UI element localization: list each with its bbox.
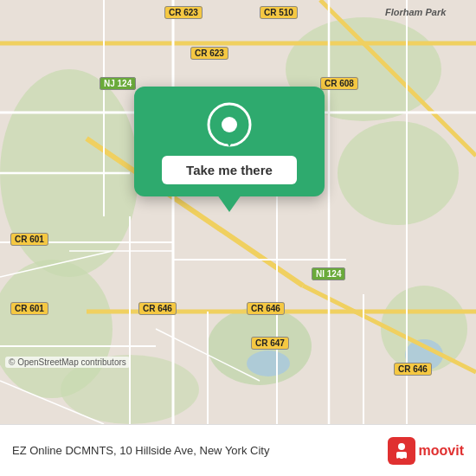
cr601-left-label: CR 601 — [10, 234, 48, 244]
svg-rect-36 — [396, 452, 407, 459]
cr646-right-label: CR 646 — [394, 363, 432, 374]
cr646-left-label: CR 646 — [138, 303, 177, 313]
svg-point-4 — [338, 121, 459, 225]
location-text: EZ Online DCMNTS, 10 Hillside Ave, New Y… — [12, 444, 388, 457]
nj124-label: NJ 124 — [100, 78, 136, 88]
take-me-there-button[interactable]: Take me there — [162, 156, 297, 184]
ni124-label: NI 124 — [312, 268, 345, 279]
cr623-mid-label: CR 623 — [190, 48, 228, 58]
location-pin-icon — [207, 102, 252, 147]
popup-card: Take me there — [134, 87, 325, 196]
cr623-top-label: CR 623 — [164, 7, 203, 17]
moovit-label: moovit — [419, 443, 464, 459]
map-attribution: © OpenStreetMap contributors — [5, 357, 130, 368]
moovit-logo: moovit — [388, 437, 464, 465]
svg-point-35 — [398, 443, 405, 450]
cr510-label: CR 510 — [260, 7, 298, 17]
svg-point-8 — [247, 351, 290, 376]
map-container: CR 623 CR 510 Florham Park CR 623 NJ 124… — [0, 0, 476, 424]
cr646-mid-label: CR 646 — [247, 303, 285, 313]
moovit-icon — [388, 437, 415, 465]
cr601-bottom-label: CR 601 — [10, 303, 48, 313]
florham-park-label: Florham Park — [385, 7, 446, 17]
bottom-bar: EZ Online DCMNTS, 10 Hillside Ave, New Y… — [0, 424, 476, 476]
svg-point-33 — [222, 117, 237, 132]
cr608-label: CR 608 — [320, 78, 358, 88]
cr647-label: CR 647 — [251, 338, 289, 348]
